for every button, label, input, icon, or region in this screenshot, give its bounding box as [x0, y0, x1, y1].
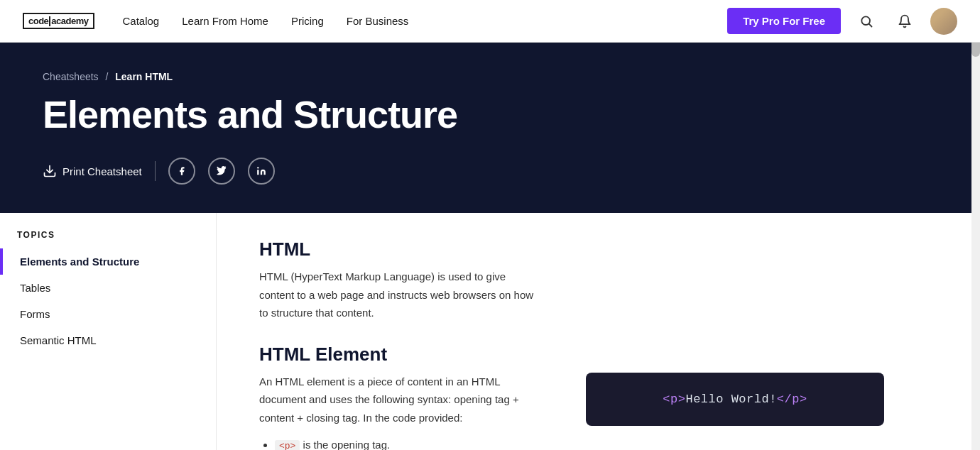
facebook-icon: [177, 166, 187, 176]
sidebar: TOPICS Elements and Structure Tables For…: [0, 213, 217, 450]
avatar[interactable]: [930, 8, 957, 35]
logo[interactable]: codeacademy: [23, 13, 94, 30]
page-title: Elements and Structure: [43, 92, 937, 136]
html-element-title: HTML Element: [259, 344, 937, 366]
list-item-opening-tag: <p> is the opening tag.: [275, 435, 543, 450]
svg-point-4: [257, 167, 258, 168]
navbar-right: Try Pro For Free: [727, 8, 957, 35]
html-element-body: An HTML element is a piece of content in…: [259, 373, 937, 451]
html-section-title: HTML: [259, 238, 937, 260]
print-label: Print Cheatsheet: [62, 165, 142, 177]
nav-pricing[interactable]: Pricing: [291, 15, 324, 27]
bullet-list: <p> is the opening tag. It is the conten…: [259, 435, 543, 450]
breadcrumb-current: Learn HTML: [115, 71, 173, 82]
nav-for-business[interactable]: For Business: [347, 15, 409, 27]
content-area: TOPICS Elements and Structure Tables For…: [0, 213, 980, 450]
code-p-tag: <p>: [275, 440, 300, 450]
code-example: <p>Hello World!</p>: [663, 393, 807, 406]
svg-line-1: [869, 23, 872, 26]
breadcrumb-cheatsheets[interactable]: Cheatsheets: [43, 71, 99, 82]
breadcrumb: Cheatsheets / Learn HTML: [43, 71, 937, 82]
code-block: <p>Hello World!</p>: [586, 373, 884, 426]
sidebar-item-semantic-html[interactable]: Semantic HTML: [0, 327, 216, 353]
navbar-links: Catalog Learn From Home Pricing For Busi…: [123, 15, 728, 27]
navbar: codeacademy Catalog Learn From Home Pric…: [0, 0, 980, 43]
hero-banner: Cheatsheets / Learn HTML Elements and St…: [0, 43, 980, 213]
notifications-icon[interactable]: [892, 9, 918, 34]
scrollbar[interactable]: [971, 0, 980, 450]
facebook-share-button[interactable]: [168, 158, 195, 185]
nav-catalog[interactable]: Catalog: [123, 15, 160, 27]
twitter-share-button[interactable]: [208, 158, 235, 185]
hero-actions: Print Cheatsheet: [43, 158, 937, 185]
sidebar-item-tables[interactable]: Tables: [0, 275, 216, 301]
html-element-description: An HTML element is a piece of content in…: [259, 373, 543, 427]
twitter-icon: [217, 166, 227, 176]
html-element-text-block: An HTML element is a piece of content in…: [259, 373, 543, 451]
sidebar-item-forms[interactable]: Forms: [0, 301, 216, 327]
html-section-text: HTML (HyperText Markup Language) is used…: [259, 268, 543, 322]
linkedin-share-button[interactable]: [248, 158, 275, 185]
html-element-section: HTML Element An HTML element is a piece …: [259, 344, 937, 451]
nav-learn-from-home[interactable]: Learn From Home: [182, 15, 268, 27]
print-cheatsheet-button[interactable]: Print Cheatsheet: [43, 164, 142, 178]
divider: [155, 161, 156, 181]
html-section: HTML HTML (HyperText Markup Language) is…: [259, 238, 937, 322]
logo-box: codeacademy: [23, 13, 94, 30]
sidebar-item-elements-and-structure[interactable]: Elements and Structure: [0, 248, 216, 275]
topics-label: TOPICS: [0, 230, 216, 248]
svg-rect-3: [257, 170, 258, 175]
main-content: HTML HTML (HyperText Markup Language) is…: [217, 213, 980, 450]
download-icon: [43, 164, 57, 178]
try-pro-button[interactable]: Try Pro For Free: [727, 8, 841, 34]
linkedin-icon: [256, 166, 266, 176]
breadcrumb-separator: /: [106, 71, 109, 82]
search-icon[interactable]: [854, 9, 879, 34]
